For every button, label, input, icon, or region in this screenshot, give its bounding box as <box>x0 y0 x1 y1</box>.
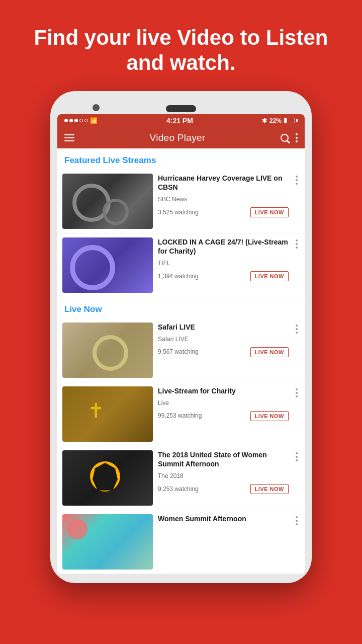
app-bar: Video Player <box>57 127 305 148</box>
stream-details: Women Summit Afternoon <box>158 514 289 525</box>
stream-more-icon[interactable] <box>294 237 300 251</box>
live-now-section: Live Now Safari LIVE Safari LIVE 9,567 w… <box>57 297 305 574</box>
stream-watching: 1,394 watching <box>158 272 199 281</box>
stream-channel: Safari LIVE <box>158 335 289 344</box>
live-now-button[interactable]: LIVE NOW <box>250 207 289 217</box>
phone-device: 📶 4:21 PM ✱ 22% Video Player <box>50 91 312 583</box>
signal-dot-4 <box>79 119 83 122</box>
stream-item[interactable]: Live-Stream for Charity Live 99,253 watc… <box>57 382 305 446</box>
stream-channel: SBC News <box>158 195 289 204</box>
camera-dot <box>93 104 100 111</box>
status-time: 4:21 PM <box>166 117 193 125</box>
stream-watching: 9,253 watching <box>158 485 199 494</box>
stream-title: Hurricaane Harvey Coverage LIVE on CBSN <box>158 174 289 192</box>
stream-details: LOCKED IN A CAGE 24/7! (Live-Stream for … <box>158 237 289 281</box>
stream-title: LOCKED IN A CAGE 24/7! (Live-Stream for … <box>158 237 289 256</box>
stream-thumbnail <box>62 514 153 570</box>
featured-section-title: Featured Live Streams <box>57 148 305 170</box>
stream-details: Hurricaane Harvey Coverage LIVE on CBSN … <box>158 174 289 217</box>
stream-thumbnail <box>62 237 153 293</box>
signal-dot-3 <box>74 119 78 122</box>
stream-channel: TIFL <box>158 259 289 268</box>
stream-watching: 99,253 watching <box>158 412 202 420</box>
content-area: Featured Live Streams Hurricaane Harvey … <box>57 148 305 574</box>
live-now-section-title: Live Now <box>57 297 305 318</box>
stream-watching: 9,567 watching <box>158 348 199 356</box>
app-title: Video Player <box>150 132 206 143</box>
stream-item[interactable]: Safari LIVE Safari LIVE 9,567 watching L… <box>57 318 305 382</box>
featured-section: Featured Live Streams Hurricaane Harvey … <box>57 148 305 297</box>
stream-item[interactable]: Women Summit Afternoon <box>57 510 305 574</box>
stream-title: Women Summit Afternoon <box>158 514 289 523</box>
phone-screen: 📶 4:21 PM ✱ 22% Video Player <box>57 114 305 574</box>
stream-more-icon[interactable] <box>294 323 300 336</box>
stream-channel: The 2018 <box>158 472 289 480</box>
stream-details: The 2018 United State of Women Summit Af… <box>158 450 289 494</box>
live-now-button[interactable]: LIVE NOW <box>250 411 289 421</box>
stream-thumbnail <box>62 386 153 442</box>
stream-item[interactable]: LOCKED IN A CAGE 24/7! (Live-Stream for … <box>57 233 305 297</box>
stream-thumbnail <box>62 450 153 506</box>
live-now-button[interactable]: LIVE NOW <box>250 484 289 494</box>
stream-title: The 2018 United State of Women Summit Af… <box>158 450 289 468</box>
stream-watching: 3,525 watching <box>158 208 199 217</box>
stream-item[interactable]: Hurricaane Harvey Coverage LIVE on CBSN … <box>57 170 305 233</box>
battery-indicator <box>284 118 298 123</box>
live-now-button[interactable]: LIVE NOW <box>250 271 289 281</box>
signal-dot-5 <box>84 119 88 122</box>
wifi-icon: 📶 <box>90 117 98 124</box>
stream-title: Live-Stream for Charity <box>158 386 289 395</box>
status-bar: 📶 4:21 PM ✱ 22% <box>57 114 305 127</box>
stream-more-icon[interactable] <box>294 174 300 187</box>
hero-text: Find your live Video to Listen and watch… <box>0 0 362 91</box>
stream-more-icon[interactable] <box>294 450 300 463</box>
search-button[interactable] <box>281 134 289 142</box>
stream-channel: Live <box>158 399 289 408</box>
live-now-button[interactable]: LIVE NOW <box>250 347 289 357</box>
signal-dot-1 <box>64 119 68 122</box>
battery-percent: 22% <box>269 117 282 124</box>
stream-more-icon[interactable] <box>294 514 300 527</box>
stream-details: Live-Stream for Charity Live 99,253 watc… <box>158 386 289 421</box>
speaker-grill <box>166 105 196 112</box>
more-options-button[interactable] <box>296 133 298 142</box>
bluetooth-icon: ✱ <box>262 117 267 124</box>
signal-dot-2 <box>69 119 73 122</box>
stream-thumbnail <box>62 323 153 378</box>
stream-thumbnail <box>62 174 153 229</box>
stream-item[interactable]: The 2018 United State of Women Summit Af… <box>57 446 305 510</box>
hamburger-button[interactable] <box>64 134 74 141</box>
stream-title: Safari LIVE <box>158 323 289 332</box>
stream-details: Safari LIVE Safari LIVE 9,567 watching L… <box>158 323 289 357</box>
stream-more-icon[interactable] <box>294 386 300 399</box>
